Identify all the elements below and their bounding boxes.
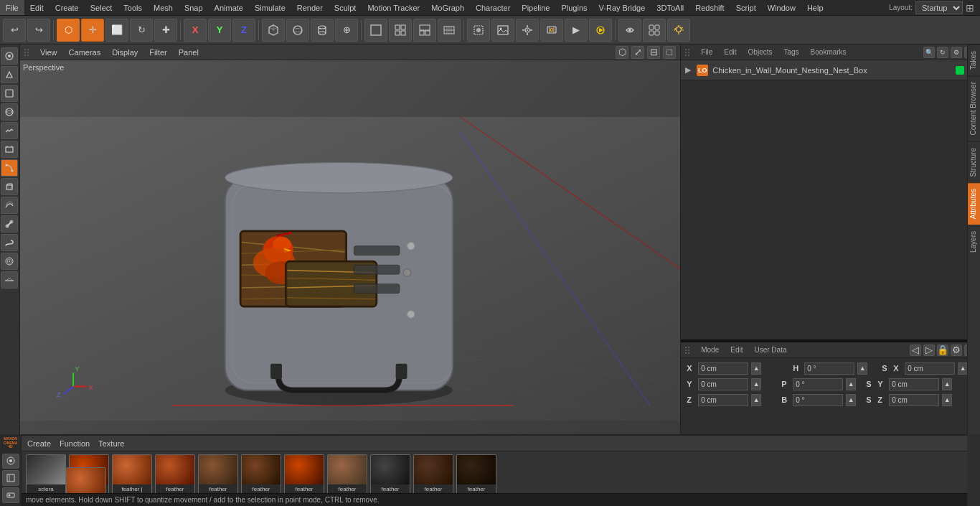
left-tool-deform[interactable]	[1, 197, 18, 214]
viewport-menu-display[interactable]: Display	[109, 48, 141, 57]
rotate-mode-button[interactable]: ↻	[130, 19, 153, 42]
redo-button[interactable]: ↪	[27, 19, 50, 42]
menu-redshift[interactable]: Redshift	[689, 0, 730, 15]
z-pos-up[interactable]: ▲	[751, 394, 761, 406]
left-tool-spline[interactable]	[1, 159, 18, 177]
viewport-ctrl-4[interactable]: □	[663, 46, 676, 59]
layout-dropdown[interactable]: Startup	[915, 1, 963, 14]
snap-settings-button[interactable]	[643, 19, 666, 42]
b-up[interactable]: ▲	[846, 394, 856, 406]
sz-input[interactable]: 0 cm	[889, 394, 939, 406]
object-expand-arrow[interactable]: ▶	[685, 65, 692, 75]
menu-help[interactable]: Help	[801, 0, 829, 15]
sy-input[interactable]: 0 cm	[889, 378, 939, 390]
sy-up[interactable]: ▲	[942, 378, 952, 390]
add-button[interactable]: ⊕	[335, 19, 358, 42]
cylinder-button[interactable]	[311, 19, 334, 42]
mat-thumb-sclera[interactable]: sclera	[26, 454, 66, 495]
menu-vray[interactable]: V-Ray Bridge	[593, 0, 651, 15]
objects-refresh-btn[interactable]: ↻	[937, 47, 948, 58]
left-tool-5[interactable]	[1, 122, 18, 139]
mat-menu-texture[interactable]: Texture	[98, 439, 124, 448]
object-entry[interactable]: ▶ LO Chicken_in_Wall_Mount_Nesting_Nest_…	[681, 60, 980, 80]
p-input[interactable]: 0 °	[793, 378, 843, 390]
objects-menu-tags[interactable]: Tags	[781, 48, 801, 56]
menu-mograph[interactable]: MoGraph	[425, 0, 470, 15]
attrs-menu-mode[interactable]: Mode	[698, 346, 722, 354]
sphere-button[interactable]	[286, 19, 309, 42]
viewport-layout-single[interactable]	[364, 19, 387, 42]
menu-mesh[interactable]: Mesh	[148, 0, 179, 15]
layout-selector[interactable]: Layout: Startup ⊞	[889, 1, 980, 14]
menu-sculpt[interactable]: Sculpt	[329, 0, 362, 15]
mat-thumb-feather-8[interactable]: feather	[370, 454, 410, 495]
viewport-menu-cameras[interactable]: Cameras	[66, 48, 104, 57]
mat-thumb-feather-2[interactable]: feather |	[112, 454, 152, 495]
mat-thumb-feather-5[interactable]: feather	[241, 454, 281, 495]
snap-button[interactable]	[618, 19, 641, 42]
y-pos-up[interactable]: ▲	[751, 378, 761, 390]
objects-settings-btn[interactable]: ⚙	[951, 47, 962, 58]
tab-attributes[interactable]: Attributes	[968, 182, 980, 225]
attrs-next-btn[interactable]: ▷	[923, 345, 935, 356]
objects-menu-bookmarks[interactable]: Bookmarks	[808, 48, 849, 56]
left-tool-s[interactable]	[1, 234, 18, 251]
objects-menu-file[interactable]: File	[698, 48, 715, 56]
viewport-menu-filter[interactable]: Filter	[146, 48, 169, 57]
tab-structure[interactable]: Structure	[968, 141, 980, 183]
h-up[interactable]: ▲	[857, 362, 867, 375]
mat-thumb-feather-7[interactable]: feather	[327, 454, 367, 495]
render-final-button[interactable]	[589, 19, 612, 42]
tab-takes[interactable]: Takes	[968, 44, 980, 75]
menu-simulate[interactable]: Simulate	[249, 0, 291, 15]
x-axis-button[interactable]: X	[184, 19, 207, 42]
left-tool-bones[interactable]	[1, 215, 18, 233]
viewport-ctrl-1[interactable]: ⬡	[616, 46, 628, 59]
bottom-left-icon-1[interactable]	[2, 454, 19, 469]
viewport-layout-quad[interactable]	[389, 19, 412, 42]
sz-up[interactable]: ▲	[942, 394, 952, 406]
attrs-menu-userdata[interactable]: User Data	[751, 346, 789, 354]
b-input[interactable]: 0 °	[793, 394, 843, 406]
render-region-button[interactable]	[467, 19, 490, 42]
x-pos-input[interactable]: 0 cm	[698, 362, 748, 375]
y-axis-button[interactable]: Y	[208, 19, 231, 42]
mat-thumb-feather-4[interactable]: feather	[198, 454, 238, 495]
menu-create[interactable]: Create	[50, 0, 85, 15]
attrs-menu-edit[interactable]: Edit	[727, 346, 745, 354]
left-tool-extrude[interactable]	[1, 178, 18, 195]
bottom-left-icon-2[interactable]	[2, 470, 19, 486]
p-up[interactable]: ▲	[846, 378, 856, 390]
scale-mode-button[interactable]: ⬜	[105, 19, 128, 42]
left-tool-3[interactable]	[1, 85, 18, 102]
x-pos-up[interactable]: ▲	[751, 362, 761, 375]
mat-thumb-feather-10[interactable]: feather	[456, 454, 496, 495]
render-interactive-button[interactable]: ▶	[565, 19, 588, 42]
menu-script[interactable]: Script	[730, 0, 762, 15]
menu-window[interactable]: Window	[762, 0, 801, 15]
render-picture-viewer[interactable]	[491, 19, 514, 42]
mat-menu-create[interactable]: Create	[27, 439, 51, 448]
menu-pipeline[interactable]: Pipeline	[516, 0, 555, 15]
left-tool-floor[interactable]	[1, 271, 18, 289]
mat-menu-function[interactable]: Function	[60, 439, 90, 448]
menu-motion-tracker[interactable]: Motion Tracker	[362, 0, 425, 15]
left-tool-6[interactable]	[1, 141, 18, 158]
menu-animate[interactable]: Animate	[209, 0, 249, 15]
left-tool-4[interactable]	[1, 103, 18, 121]
render-settings-button[interactable]	[516, 19, 539, 42]
undo-button[interactable]: ↩	[3, 19, 26, 42]
object-visibility-dot[interactable]	[956, 66, 964, 75]
menu-3dtoall[interactable]: 3DToAll	[651, 0, 689, 15]
menu-select[interactable]: Select	[85, 0, 118, 15]
tab-content-browser[interactable]: Content Browser	[968, 75, 980, 141]
mat-thumb-feather-3[interactable]: feather	[155, 454, 195, 495]
menu-plugins[interactable]: Plugins	[555, 0, 593, 15]
z-axis-button[interactable]: Z	[232, 19, 255, 42]
viewport-menu-panel[interactable]: Panel	[176, 48, 202, 57]
render-team-button[interactable]	[540, 19, 563, 42]
viewport-menu-view[interactable]: View	[37, 48, 60, 57]
left-tool-1[interactable]	[1, 47, 18, 65]
objects-menu-objects[interactable]: Objects	[745, 48, 776, 56]
move-mode-button[interactable]: ✛	[81, 19, 104, 42]
